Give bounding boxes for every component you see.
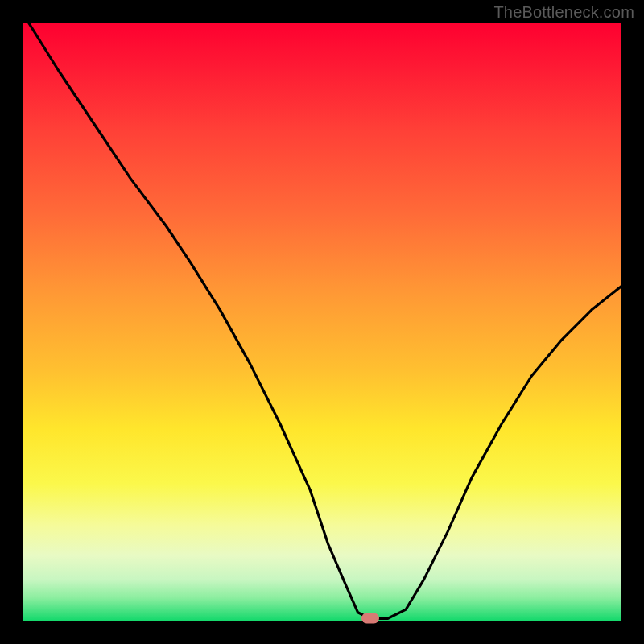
watermark-text: TheBottleneck.com <box>493 3 634 22</box>
chart-plot-area <box>23 23 621 621</box>
chart-marker <box>361 613 379 624</box>
chart-frame: TheBottleneck.com <box>0 0 644 644</box>
bottleneck-curve <box>28 23 621 618</box>
chart-svg <box>23 23 621 621</box>
